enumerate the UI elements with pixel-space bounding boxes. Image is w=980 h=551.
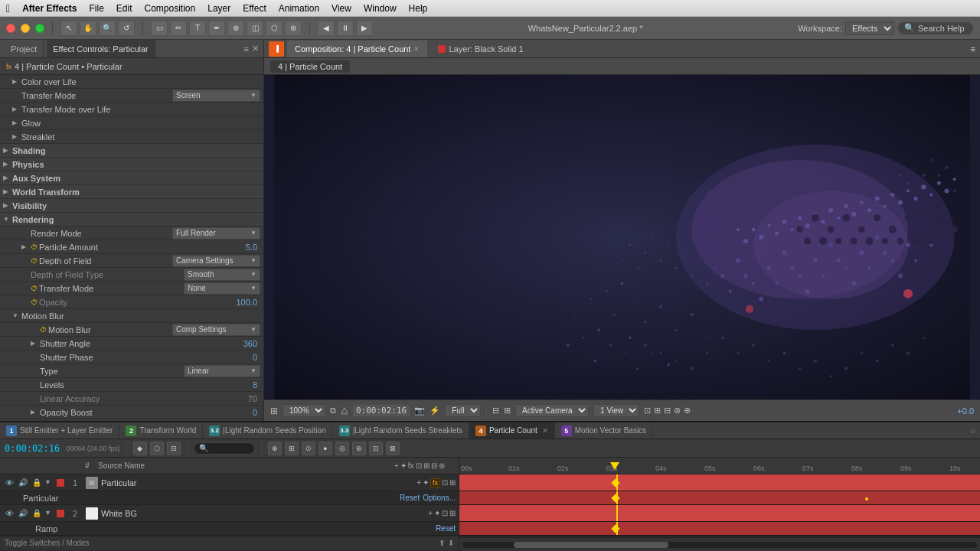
expand-streaklet[interactable] [12,133,20,140]
roto-tool[interactable]: ⬡ [266,21,283,36]
layer-1-btn-2[interactable]: ⊞ [449,478,456,487]
layer-1-btn-1[interactable]: ⊡ [442,478,448,487]
dropdown-dof-type[interactable]: Smooth ▼ [184,269,260,281]
keyframe-sub-2[interactable] [611,524,619,533]
track-layer-2-sub[interactable] [459,522,980,536]
prop-value-particle-amount[interactable]: 5.0 [234,243,257,252]
prop-physics[interactable]: Physics [0,158,263,171]
menu-effect[interactable]: Effect [243,3,266,14]
comp-grid-btn[interactable]: ⊟ [492,406,499,416]
layer-2-collapse[interactable]: ▼ [44,509,54,518]
search-help-box[interactable]: 🔍 Search Help [897,21,974,35]
minimize-button[interactable] [21,24,30,33]
dropdown-type[interactable]: Linear ▼ [184,365,260,377]
app-name[interactable]: After Effects [22,3,77,14]
prop-value-opacity[interactable]: 100.0 [234,298,257,307]
track-layer-1[interactable] [459,474,980,491]
shape-rect-tool[interactable]: ▭ [151,21,168,36]
maximize-button[interactable] [35,24,44,33]
tl-btn-4[interactable]: ● [318,442,332,455]
menu-animation[interactable]: Animation [279,3,319,14]
preview-stop[interactable]: ⏸ [337,21,354,36]
panel-menu-icon[interactable]: ≡ [244,44,249,54]
comp-icon-1[interactable]: ⊡ [644,406,651,416]
tl-btn-7[interactable]: ⊡ [369,442,383,455]
layer-2-btn-1[interactable]: ⊡ [442,509,448,517]
timeline-tab-4[interactable]: 3.3 |Light Random Seeds Streaklets [333,422,469,439]
layer-2-fx-icon[interactable]: ✦ [434,509,440,517]
layer-row-2[interactable]: 👁 🔊 🔒 ▼ 2 White BG + ✦ ⊡ ⊞ [0,505,459,522]
dropdown-tmr[interactable]: None ▼ [184,282,260,295]
prop-render-mode[interactable]: Render Mode Full Render ▼ [0,227,263,240]
layer-2-lock[interactable]: 🔒 [31,507,43,520]
layer-1-vis[interactable]: 👁 [3,477,15,489]
layer-1-audio[interactable]: 🔊 [17,477,29,489]
layer-2-vis[interactable]: 👁 [3,507,15,520]
track-layer-1-sub[interactable] [459,491,980,505]
tab-5-close[interactable]: ✕ [542,426,548,435]
sub-ramp-reset[interactable]: Reset [436,524,456,533]
prop-visibility[interactable]: Visibility [0,199,263,213]
layer-2-btn-2[interactable]: ⊞ [449,509,456,517]
comp-adjust-icon[interactable]: ⚡ [430,406,440,416]
prop-value-sp[interactable]: 0 [234,353,257,362]
timeline-tab-5[interactable]: 4 Particle Count ✕ [469,422,555,439]
comp-icon-5[interactable]: ⊕ [684,406,691,416]
comp-panel-menu[interactable]: ≡ [971,44,975,54]
preview-play[interactable]: ◀ [318,21,335,36]
view-select[interactable]: 1 View [593,404,639,417]
workspace-select[interactable]: Effects [845,21,894,35]
tl-btn-1[interactable]: ⊕ [268,442,282,455]
timeline-tab-1[interactable]: 1 Still Emitter + Layer Emitter [0,422,119,439]
expand-world[interactable] [3,188,11,195]
stopwatch-tmr[interactable]: ⏱ [31,285,38,292]
prop-linear-accuracy[interactable]: Linear Accuracy 70 [0,392,263,406]
apple-menu[interactable]:  [6,2,10,15]
tl-btn-2[interactable]: ⊞ [285,442,299,455]
comp-inner-tab[interactable]: 4 | Particle Count [270,60,350,73]
prop-opacity[interactable]: ⏱ Opacity 100.0 [0,295,263,309]
hand-tool[interactable]: ✋ [80,21,96,36]
expand-tmod[interactable] [12,106,20,112]
expand-glow[interactable] [12,119,20,126]
prop-value-levels[interactable]: 8 [234,380,257,390]
zoom-select[interactable]: 100% [283,404,325,417]
expand-rendering[interactable] [3,216,11,223]
prop-glow[interactable]: Glow [0,116,263,130]
puppet-tool[interactable]: ⊛ [285,21,302,36]
keyframe-dot-1[interactable] [865,497,868,500]
prop-opacity-boost[interactable]: Opacity Boost 0 [0,406,263,419]
prop-transfer-mode[interactable]: Transfer Mode Screen ▼ [0,89,263,103]
prop-type[interactable]: Type Linear ▼ [0,364,263,378]
comp-tab-particle-count[interactable]: Composition: 4 | Particle Count ✕ [287,41,427,57]
layer-1-collapse[interactable]: ▼ [44,478,54,487]
expand-shading[interactable] [3,147,11,154]
sub-particular-options[interactable]: Options... [423,494,456,502]
prop-shutter-angle[interactable]: Shutter Angle 360 [0,337,263,350]
menu-file[interactable]: File [89,3,103,14]
prop-streaklet[interactable]: Streaklet [0,130,263,144]
prop-value-la[interactable]: 70 [234,394,257,403]
layer-1-fx-icon[interactable]: ✦ [423,478,429,487]
prop-motion-blur-section[interactable]: Motion Blur [0,309,263,323]
tl-btn-8[interactable]: ⊠ [386,442,400,455]
comp-grid-icon[interactable]: ⊞ [270,406,278,416]
tl-bottom-icon-1[interactable]: ⬆ [439,539,445,547]
layer-1-lock[interactable]: 🔒 [31,477,43,489]
prop-value-ob[interactable]: 0 [234,408,257,417]
tl-scrollbar-track[interactable] [462,542,977,548]
timeline-tab-3[interactable]: 3.2 |Light Random Seeds Position [203,422,332,439]
prop-color-over-life[interactable]: Color over Life [0,75,263,89]
timeline-tab-2[interactable]: 2 Transform World [119,422,203,439]
tab-effect-controls[interactable]: Effect Controls: Particular [47,40,155,57]
tl-btn-5[interactable]: ◎ [335,442,349,455]
expand-aux[interactable] [3,174,11,181]
zoom-tool[interactable]: 🔍 [99,21,116,36]
expand-particle-amount[interactable] [21,243,29,250]
expand-color-over-life[interactable] [12,78,20,85]
comp-icon-4[interactable]: ⊛ [674,406,681,416]
dropdown-dof[interactable]: Camera Settings ▼ [172,255,260,267]
layer-2-audio[interactable]: 🔊 [17,507,29,520]
sub-particular-reset[interactable]: Reset [400,494,420,502]
comp-transform-icon[interactable]: ⧉ [330,406,336,416]
